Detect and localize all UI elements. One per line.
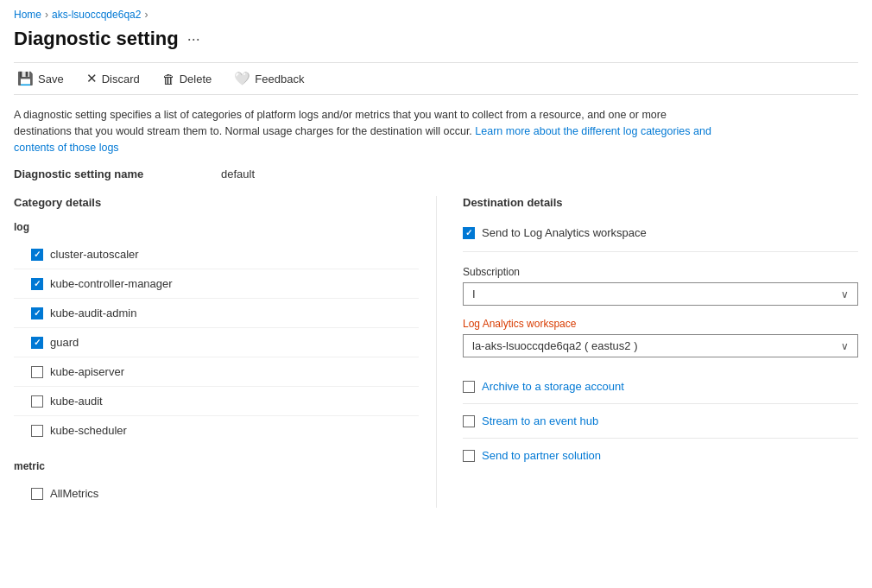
stream-event-hub-label[interactable]: Stream to an event hub [482, 414, 598, 427]
log-items-list: cluster-autoscaler kube-controller-manag… [14, 240, 419, 445]
send-partner-label[interactable]: Send to partner solution [482, 449, 601, 462]
checkbox-send-partner[interactable] [463, 450, 475, 462]
page-title: Diagnostic setting [14, 28, 179, 50]
label-allmetrics[interactable]: AllMetrics [50, 487, 98, 500]
checkbox-kube-scheduler[interactable] [31, 425, 43, 437]
label-kube-apiserver[interactable]: kube-apiserver [50, 365, 124, 378]
page-title-row: Diagnostic setting ··· [14, 28, 858, 50]
toolbar: 💾 Save ✕ Discard 🗑 Delete 🤍 Feedback [14, 62, 858, 95]
category-details-title: Category details [14, 196, 419, 209]
destination-details-title: Destination details [463, 196, 858, 209]
discard-button[interactable]: ✕ Discard [83, 69, 143, 88]
more-options-icon[interactable]: ··· [187, 30, 200, 48]
send-to-log-analytics-label[interactable]: Send to Log Analytics workspace [482, 226, 647, 239]
stream-event-hub-row: Stream to an event hub [463, 404, 858, 439]
checkbox-archive-storage[interactable] [463, 381, 475, 393]
setting-name-value: default [221, 168, 255, 180]
delete-label: Delete [180, 73, 212, 85]
label-kube-scheduler[interactable]: kube-scheduler [50, 424, 127, 437]
delete-button[interactable]: 🗑 Delete [159, 70, 216, 88]
subscription-field: Subscription I ∨ [463, 266, 858, 306]
label-kube-audit[interactable]: kube-audit [50, 395, 103, 408]
metric-group-title: metric [14, 460, 419, 472]
setting-name-label: Diagnostic setting name [14, 168, 221, 180]
list-item: kube-apiserver [14, 357, 419, 387]
setting-name-row: Diagnostic setting name default [14, 168, 858, 180]
breadcrumb: Home › aks-lsuoccqde6qa2 › [14, 9, 858, 21]
send-partner-row: Send to partner solution [463, 439, 858, 472]
list-item: kube-scheduler [14, 416, 419, 445]
log-analytics-workspace-label: Log Analytics workspace [463, 318, 858, 330]
breadcrumb-resource[interactable]: aks-lsuoccqde6qa2 [52, 9, 141, 21]
list-item: guard [14, 328, 419, 357]
checkbox-cluster-autoscaler[interactable] [31, 249, 43, 261]
log-group-title: log [14, 221, 419, 233]
metric-items-list: AllMetrics [14, 479, 419, 508]
subscription-value: I [472, 288, 476, 300]
discard-icon: ✕ [86, 71, 98, 86]
label-kube-audit-admin[interactable]: kube-audit-admin [50, 307, 136, 319]
save-button[interactable]: 💾 Save [14, 69, 67, 88]
log-analytics-workspace-value: la-aks-lsuoccqde6qa2 ( eastus2 ) [472, 339, 638, 352]
category-details-panel: Category details log cluster-autoscaler … [14, 196, 437, 508]
label-kube-controller-manager[interactable]: kube-controller-manager [50, 277, 173, 290]
label-guard[interactable]: guard [50, 336, 79, 349]
checkbox-kube-audit[interactable] [31, 395, 43, 408]
description-block: A diagnostic setting specifies a list of… [14, 107, 722, 155]
save-label: Save [38, 73, 64, 85]
log-analytics-workspace-field: Log Analytics workspace la-aks-lsuoccqde… [463, 318, 858, 357]
list-item: cluster-autoscaler [14, 240, 419, 269]
archive-storage-row: Archive to a storage account [463, 370, 858, 404]
breadcrumb-home[interactable]: Home [14, 9, 41, 21]
list-item: kube-audit [14, 387, 419, 416]
send-to-log-analytics-row: Send to Log Analytics workspace [463, 221, 858, 252]
subscription-select[interactable]: I ∨ [463, 282, 858, 306]
list-item: kube-controller-manager [14, 269, 419, 299]
feedback-button[interactable]: 🤍 Feedback [231, 69, 307, 88]
checkbox-kube-audit-admin[interactable] [31, 307, 43, 319]
feedback-label: Feedback [255, 73, 304, 85]
discard-label: Discard [102, 73, 140, 85]
log-analytics-workspace-select[interactable]: la-aks-lsuoccqde6qa2 ( eastus2 ) ∨ [463, 334, 858, 357]
main-content: Category details log cluster-autoscaler … [14, 196, 858, 508]
checkbox-kube-apiserver[interactable] [31, 366, 43, 378]
workspace-dropdown-arrow: ∨ [841, 340, 849, 352]
list-item: AllMetrics [14, 479, 419, 508]
label-cluster-autoscaler[interactable]: cluster-autoscaler [50, 248, 139, 261]
checkbox-send-to-log-analytics[interactable] [463, 227, 475, 239]
list-item: kube-audit-admin [14, 299, 419, 328]
feedback-icon: 🤍 [234, 71, 250, 86]
checkbox-kube-controller-manager[interactable] [31, 278, 43, 290]
destination-details-panel: Destination details Send to Log Analytic… [437, 196, 858, 508]
subscription-label: Subscription [463, 266, 858, 278]
checkbox-guard[interactable] [31, 337, 43, 349]
subscription-dropdown-arrow: ∨ [841, 288, 849, 300]
delete-icon: 🗑 [162, 72, 175, 86]
checkbox-stream-event-hub[interactable] [463, 415, 475, 427]
save-icon: 💾 [17, 71, 34, 86]
archive-storage-label[interactable]: Archive to a storage account [482, 380, 624, 393]
checkbox-allmetrics[interactable] [31, 488, 43, 500]
